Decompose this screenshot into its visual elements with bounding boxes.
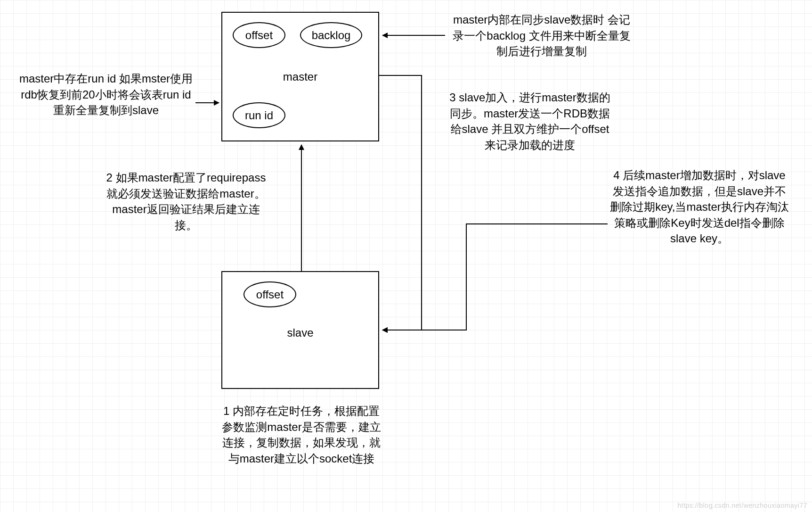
master-offset-label: offset [245, 29, 273, 42]
master-backlog-label: backlog [312, 29, 351, 42]
slave-offset-ellipse: offset [244, 281, 296, 307]
annotation-backlog: master内部在同步slave数据时 会记录一个backlog 文件用来中断全… [447, 12, 636, 59]
slave-title: slave [222, 326, 378, 339]
master-runid-ellipse: run id [233, 102, 285, 128]
master-backlog-ellipse: backlog [300, 22, 362, 48]
slave-box: offset slave [221, 271, 379, 389]
watermark: https://blog.csdn.net/wenzhouxiaomayi77 [677, 502, 807, 509]
annotation-step4: 4 后续master增加数据时，对slave发送指令追加数据，但是slave并不… [610, 167, 789, 247]
annotation-step2: 2 如果master配置了requirepass 就必须发送验证数据给maste… [101, 170, 271, 233]
annotation-runid: master中存在run id 如果mster使用rdb恢复到前20小时将会该表… [19, 71, 193, 118]
master-runid-label: run id [245, 109, 273, 122]
annotation-step3: 3 slave加入，进行master数据的同步。master发送一个RDB数据给… [447, 90, 612, 153]
master-box: offset backlog master run id [221, 12, 379, 141]
master-offset-ellipse: offset [233, 22, 285, 48]
annotation-step1: 1 内部存在定时任务，根据配置参数监测master是否需要，建立连接，复制数据，… [219, 403, 384, 466]
slave-offset-label: offset [256, 288, 284, 301]
master-title: master [222, 70, 378, 83]
